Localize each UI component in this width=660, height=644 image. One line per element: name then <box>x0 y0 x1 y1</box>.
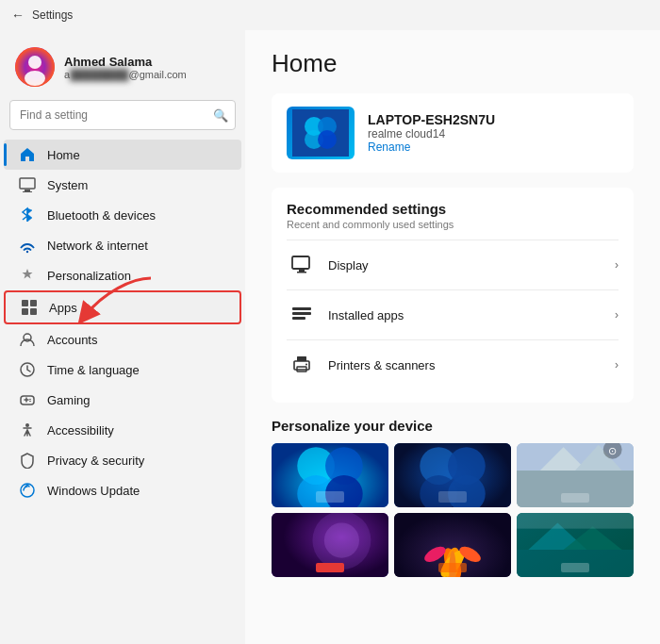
page-title: Home <box>272 49 634 78</box>
device-name: LAPTOP-ESH2SN7U <box>368 112 495 127</box>
svg-point-33 <box>305 364 307 366</box>
svg-rect-27 <box>292 307 311 310</box>
wallpaper-thumb-5[interactable] <box>394 513 511 577</box>
wallpaper-thumb-6[interactable] <box>517 513 634 577</box>
wallpaper-thumb-1[interactable] <box>272 443 388 507</box>
personalize-title: Personalize your device <box>272 418 634 434</box>
svg-point-1 <box>28 56 41 69</box>
user-info: Ahmed Salama a████████@gmail.com <box>64 55 187 80</box>
sidebar-item-bluetooth[interactable]: Bluetooth & devices <box>4 200 241 230</box>
sidebar-label-home: Home <box>47 148 80 162</box>
installed-apps-icon <box>287 300 317 330</box>
bluetooth-icon <box>19 206 36 223</box>
chevron-right-icon-3: › <box>615 358 619 372</box>
svg-rect-3 <box>20 178 35 189</box>
sidebar-item-system[interactable]: System <box>4 170 241 200</box>
search-icon: 🔍 <box>213 108 228 123</box>
wp-badge-1 <box>316 491 344 503</box>
search-box: 🔍 <box>9 100 236 130</box>
sidebar-label-privacy: Privacy & security <box>47 454 144 468</box>
gaming-icon <box>19 391 36 408</box>
sidebar: Ahmed Salama a████████@gmail.com 🔍 Home <box>0 30 245 644</box>
device-card: LAPTOP-ESH2SN7U realme cloud14 Rename <box>272 93 634 173</box>
svg-point-23 <box>318 130 337 149</box>
sidebar-label-update: Windows Update <box>47 484 140 498</box>
sidebar-item-home[interactable]: Home <box>4 140 241 170</box>
time-icon <box>19 361 36 378</box>
svg-rect-4 <box>25 190 30 191</box>
svg-rect-10 <box>30 308 37 315</box>
sidebar-item-accessibility[interactable]: Accessibility <box>4 415 241 445</box>
wallpaper-thumb-2[interactable] <box>394 443 511 507</box>
svg-rect-31 <box>297 356 306 361</box>
sidebar-item-apps[interactable]: Apps <box>4 290 241 324</box>
chevron-right-icon: › <box>615 258 619 272</box>
update-icon <box>19 482 36 499</box>
printers-icon <box>287 350 317 380</box>
recommended-subtitle: Recent and commonly used settings <box>287 219 619 230</box>
user-email: a████████@gmail.com <box>64 69 187 80</box>
sidebar-item-update[interactable]: Windows Update <box>4 475 241 505</box>
wallpaper-thumb-4[interactable] <box>272 513 388 577</box>
wp-badge-4 <box>316 563 344 572</box>
chevron-right-icon-2: › <box>615 308 619 322</box>
sidebar-label-accessibility: Accessibility <box>47 423 114 438</box>
setting-display[interactable]: Display › <box>287 239 619 289</box>
sidebar-item-accounts[interactable]: Accounts <box>4 324 241 355</box>
wp-badge-2 <box>438 491 467 503</box>
content-area: Home LAPTOP-ESH2SN7U realme c <box>245 30 660 644</box>
back-button[interactable]: ← <box>11 8 25 23</box>
sidebar-item-network[interactable]: Network & internet <box>4 230 241 260</box>
setting-printers-label: Printers & scanners <box>328 358 615 372</box>
rename-link[interactable]: Rename <box>368 140 495 154</box>
setting-installed-label: Installed apps <box>328 308 615 322</box>
sidebar-item-privacy[interactable]: Privacy & security <box>4 445 241 475</box>
device-info: LAPTOP-ESH2SN7U realme cloud14 Rename <box>368 112 495 154</box>
setting-printers[interactable]: Printers & scanners › <box>287 339 619 389</box>
svg-point-17 <box>25 423 29 427</box>
sidebar-item-gaming[interactable]: Gaming <box>4 385 241 415</box>
wp-badge-5 <box>438 563 467 572</box>
svg-rect-26 <box>297 272 306 273</box>
svg-rect-7 <box>22 300 28 306</box>
avatar <box>15 47 55 87</box>
setting-display-label: Display <box>328 258 615 272</box>
svg-rect-64 <box>517 513 634 529</box>
search-input[interactable] <box>9 100 236 130</box>
main-layout: Ahmed Salama a████████@gmail.com 🔍 Home <box>0 30 660 644</box>
sidebar-label-accounts: Accounts <box>47 333 97 347</box>
user-profile[interactable]: Ahmed Salama a████████@gmail.com <box>0 38 245 100</box>
display-icon <box>287 250 317 280</box>
device-model: realme cloud14 <box>368 127 495 140</box>
svg-rect-8 <box>30 300 37 306</box>
svg-rect-25 <box>299 270 305 272</box>
nav-list: Home System Bluetooth & devices Network … <box>0 140 245 505</box>
svg-rect-28 <box>292 312 311 315</box>
svg-point-16 <box>29 401 31 403</box>
sidebar-label-gaming: Gaming <box>47 393 91 407</box>
apps-nav-wrapper: Apps <box>0 290 245 324</box>
titlebar: ← Settings <box>0 0 660 30</box>
user-name: Ahmed Salama <box>64 55 187 69</box>
sidebar-label-time: Time & language <box>47 363 140 377</box>
sidebar-item-time[interactable]: Time & language <box>4 355 241 385</box>
svg-rect-24 <box>292 256 309 269</box>
sidebar-label-system: System <box>47 178 88 192</box>
win11-thumbnail <box>292 109 349 157</box>
svg-point-52 <box>324 522 359 557</box>
svg-rect-9 <box>22 308 28 315</box>
personalization-icon <box>19 267 36 284</box>
setting-installed-apps[interactable]: Installed apps › <box>287 289 619 339</box>
wp-badge-3 <box>561 493 589 503</box>
network-icon <box>19 237 36 254</box>
sidebar-item-personalization[interactable]: Personalization <box>4 260 241 290</box>
sidebar-label-bluetooth: Bluetooth & devices <box>47 208 156 223</box>
accounts-icon <box>19 331 36 348</box>
titlebar-title: Settings <box>32 8 73 22</box>
recommended-title: Recommended settings <box>287 201 619 217</box>
wallpaper-thumb-3[interactable]: ⊙ <box>517 443 634 507</box>
personalize-section: Personalize your device <box>272 418 634 577</box>
svg-point-6 <box>26 251 28 253</box>
accessibility-icon <box>19 421 36 438</box>
recommended-settings-card: Recommended settings Recent and commonly… <box>272 188 634 403</box>
